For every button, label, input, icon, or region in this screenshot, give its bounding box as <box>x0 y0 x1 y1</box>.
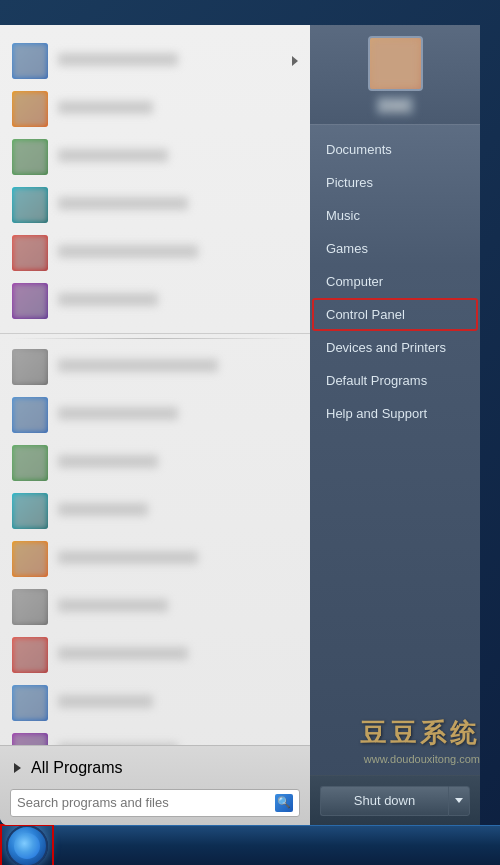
recent-name-1 <box>58 359 298 375</box>
start-menu: All Programs 🔍 User Documents Pictures M… <box>0 25 480 825</box>
shutdown-options-button[interactable] <box>448 786 470 816</box>
list-item[interactable] <box>0 679 310 727</box>
start-button[interactable] <box>0 826 54 866</box>
list-item[interactable] <box>0 391 310 439</box>
recent-icon-2 <box>12 397 48 433</box>
program-icon-2 <box>12 91 48 127</box>
list-item[interactable] <box>0 487 310 535</box>
list-item[interactable] <box>0 229 310 277</box>
all-programs-item[interactable]: All Programs <box>0 751 310 785</box>
program-icon-5 <box>12 235 48 271</box>
sidebar-item-devices-printers[interactable]: Devices and Printers <box>310 331 480 364</box>
list-item[interactable] <box>0 37 310 85</box>
list-item[interactable] <box>0 277 310 325</box>
program-icon-1 <box>12 43 48 79</box>
recent-icon-5 <box>12 541 48 577</box>
recent-icon-7 <box>12 637 48 673</box>
search-box: 🔍 <box>10 789 300 817</box>
list-item[interactable] <box>0 727 310 745</box>
avatar-image <box>370 38 421 89</box>
program-name-3 <box>58 149 298 165</box>
list-item[interactable] <box>0 583 310 631</box>
sidebar-item-computer[interactable]: Computer <box>310 265 480 298</box>
shutdown-chevron-icon <box>455 798 463 803</box>
search-input[interactable] <box>17 795 275 810</box>
start-menu-right-panel: User Documents Pictures Music Games Comp… <box>310 25 480 825</box>
all-programs-arrow-icon <box>14 763 21 773</box>
program-name-2 <box>58 101 298 117</box>
recent-name-8 <box>58 695 298 711</box>
avatar <box>368 36 423 91</box>
recent-name-5 <box>58 551 298 567</box>
sidebar-item-control-panel[interactable]: Control Panel <box>310 298 480 331</box>
recent-name-3 <box>58 455 298 471</box>
search-button[interactable]: 🔍 <box>275 794 293 812</box>
watermark-url: www.doudouxitong.com <box>360 753 480 765</box>
recent-name-9 <box>58 743 298 745</box>
sidebar-item-help-support[interactable]: Help and Support <box>310 397 480 430</box>
start-menu-left-panel: All Programs 🔍 <box>0 25 310 825</box>
recent-icon-3 <box>12 445 48 481</box>
menu-items-list <box>0 25 310 745</box>
recent-name-7 <box>58 647 298 663</box>
submenu-arrow-1 <box>292 56 298 66</box>
start-orb-inner <box>14 833 40 859</box>
list-item[interactable] <box>0 133 310 181</box>
start-orb <box>6 825 48 866</box>
right-nav-list: Documents Pictures Music Games Computer … <box>310 125 480 775</box>
list-item[interactable] <box>0 85 310 133</box>
pinned-programs-section <box>0 33 310 334</box>
program-icon-3 <box>12 139 48 175</box>
list-item[interactable] <box>0 535 310 583</box>
watermark: 豆豆系统 www.doudouxitong.com <box>360 716 480 765</box>
sidebar-item-documents[interactable]: Documents <box>310 133 480 166</box>
program-name-1 <box>58 53 288 69</box>
program-icon-4 <box>12 187 48 223</box>
recent-name-4 <box>58 503 298 519</box>
shutdown-button[interactable]: Shut down <box>320 786 448 816</box>
recent-icon-4 <box>12 493 48 529</box>
list-item[interactable] <box>0 631 310 679</box>
recent-name-6 <box>58 599 298 615</box>
sidebar-item-default-programs[interactable]: Default Programs <box>310 364 480 397</box>
all-programs-label: All Programs <box>31 759 123 777</box>
list-item[interactable] <box>0 343 310 391</box>
sidebar-item-games[interactable]: Games <box>310 232 480 265</box>
watermark-chinese: 豆豆系统 <box>360 716 480 751</box>
recent-name-2 <box>58 407 298 423</box>
shutdown-area: Shut down <box>310 775 480 825</box>
recent-icon-8 <box>12 685 48 721</box>
sidebar-item-pictures[interactable]: Pictures <box>310 166 480 199</box>
recent-icon-9 <box>12 733 48 745</box>
program-name-4 <box>58 197 298 213</box>
program-name-5 <box>58 245 298 261</box>
list-item[interactable] <box>0 439 310 487</box>
program-icon-6 <box>12 283 48 319</box>
list-item[interactable] <box>0 181 310 229</box>
recent-icon-1 <box>12 349 48 385</box>
username-label: User <box>377 97 412 114</box>
menu-left-bottom: All Programs 🔍 <box>0 745 310 825</box>
program-name-6 <box>58 293 298 309</box>
menu-divider <box>12 338 298 339</box>
user-section: User <box>310 25 480 125</box>
recent-icon-6 <box>12 589 48 625</box>
taskbar <box>0 825 500 865</box>
sidebar-item-music[interactable]: Music <box>310 199 480 232</box>
